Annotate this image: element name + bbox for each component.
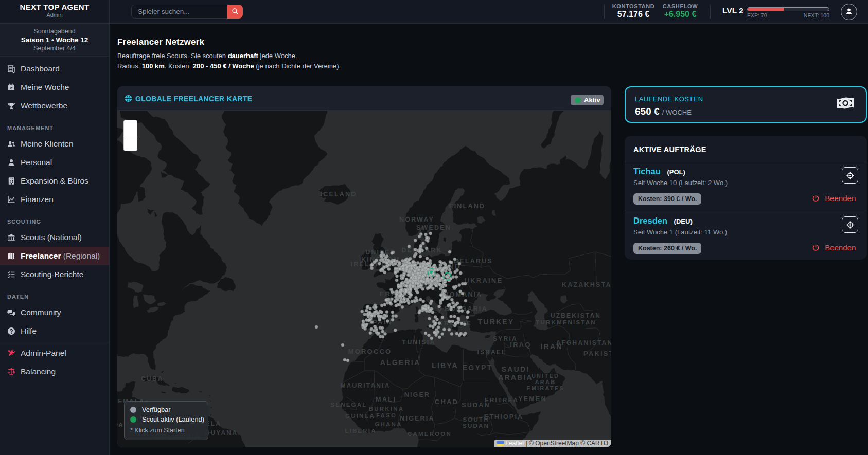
svg-text:TUNISIA: TUNISIA	[402, 339, 435, 346]
svg-text:NIGER: NIGER	[404, 391, 431, 398]
svg-text:ARABIA: ARABIA	[498, 373, 533, 381]
svg-text:NIGERIA: NIGERIA	[400, 415, 435, 422]
svg-text:BURKINA: BURKINA	[369, 406, 404, 412]
svg-text:UNITED: UNITED	[532, 373, 559, 379]
svg-text:ISRAEL: ISRAEL	[477, 349, 506, 356]
svg-text:GUYANA: GUYANA	[205, 429, 238, 436]
svg-text:TURKMENISTAN: TURKMENISTAN	[536, 319, 596, 325]
svg-text:SENEGAL: SENEGAL	[331, 402, 367, 408]
svg-text:GHANA: GHANA	[375, 421, 402, 427]
svg-text:ALGERIA: ALGERIA	[380, 358, 420, 367]
svg-text:YEMEN: YEMEN	[518, 395, 546, 403]
svg-text:MAURITANIA: MAURITANIA	[340, 382, 390, 389]
svg-text:ARAB: ARAB	[535, 379, 556, 385]
svg-text:LIBERIA: LIBERIA	[345, 428, 376, 434]
svg-text:MALI: MALI	[376, 395, 397, 403]
svg-text:PAKISTAN: PAKISTAN	[583, 350, 611, 357]
svg-text:FINLAND: FINLAND	[449, 203, 485, 210]
svg-text:EMIRATES: EMIRATES	[526, 385, 564, 391]
svg-text:GUINEA: GUINEA	[345, 413, 375, 419]
svg-text:CAMEROON: CAMEROON	[408, 431, 452, 437]
svg-text:NORWAY: NORWAY	[399, 216, 434, 223]
svg-text:CHAD: CHAD	[435, 398, 458, 406]
svg-text:IRAQ: IRAQ	[510, 341, 531, 349]
svg-text:UZBEKISTAN: UZBEKISTAN	[551, 312, 601, 319]
svg-text:SWEDEN: SWEDEN	[416, 224, 451, 231]
svg-text:ICELAND: ICELAND	[321, 191, 357, 198]
svg-text:SOUTH: SOUTH	[463, 416, 489, 423]
svg-text:CUBA: CUBA	[141, 375, 163, 383]
svg-text:ETHIOPIA: ETHIOPIA	[484, 413, 524, 421]
svg-text:KAZAKHSTAN: KAZAKHSTAN	[562, 281, 611, 288]
svg-text:EGYPT: EGYPT	[463, 363, 492, 372]
svg-text:MOROCCO: MOROCCO	[348, 348, 392, 355]
svg-text:FASO: FASO	[376, 412, 397, 418]
svg-text:ERITREA: ERITREA	[485, 397, 519, 403]
svg-text:UKRAINE: UKRAINE	[465, 277, 503, 284]
svg-text:SAUDI: SAUDI	[502, 365, 530, 373]
svg-text:TURKEY: TURKEY	[478, 318, 515, 326]
svg-text:LIBYA: LIBYA	[432, 361, 458, 370]
svg-text:SUDAN: SUDAN	[463, 423, 489, 429]
svg-text:AFGHANISTAN: AFGHANISTAN	[556, 339, 611, 347]
